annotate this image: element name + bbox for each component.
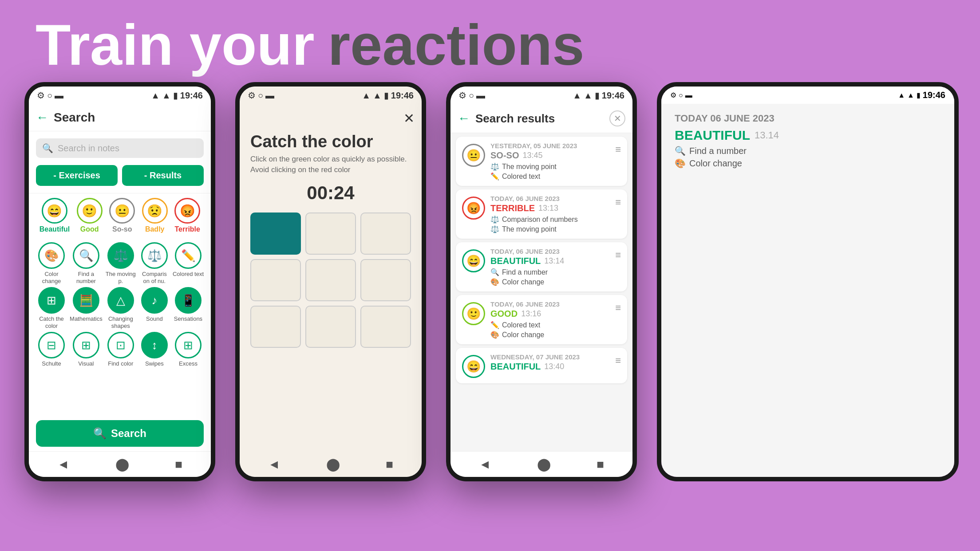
exercise-label-5: Catch the color	[36, 315, 67, 329]
exercise-item-14[interactable]: ⊞Excess	[173, 332, 204, 367]
exercise-icon-13: ↕	[141, 332, 168, 358]
nav-home-button-3[interactable]: ⬤	[537, 457, 551, 472]
mood-soso-label: So-so	[112, 225, 132, 233]
nav-recents-button-3[interactable]: ■	[597, 457, 604, 472]
result-ex-label-2-0: Find a number	[502, 268, 548, 276]
result-time-4: 13:40	[544, 362, 564, 371]
status-time-3: 19:46	[602, 91, 624, 101]
mood-terrible-icon: 😡	[174, 198, 200, 224]
search-app-header: ← Search	[29, 104, 211, 131]
results-list: 😐YESTERDAY, 05 JUNE 2023SO-SO13:45⚖️The …	[450, 133, 632, 451]
result-ex-icon-3-1: 🎨	[490, 331, 499, 339]
search-input-container[interactable]: 🔍 Search in notes	[36, 138, 204, 158]
exercise-item-9[interactable]: 📱Sensations	[173, 287, 204, 329]
nav-back-button[interactable]: ◄	[57, 457, 70, 472]
exercises-filter-button[interactable]: - Exercises	[36, 165, 118, 186]
result-card-0[interactable]: 😐YESTERDAY, 05 JUNE 2023SO-SO13:45⚖️The …	[456, 137, 627, 186]
status-time-1: 19:46	[180, 91, 203, 101]
result-card-2[interactable]: 😄TODAY, 06 JUNE 2023BEAUTIFUL13:14🔍Find …	[456, 242, 627, 291]
result-menu-4[interactable]: ≡	[615, 355, 621, 366]
exercise-item-3[interactable]: ⚖️Comparis on of nu.	[139, 242, 170, 284]
color-cell-8[interactable]	[360, 306, 411, 348]
battery-icon-3: ▬	[476, 91, 485, 101]
mood-good[interactable]: 🙂 Good	[77, 198, 103, 233]
exercise-item-11[interactable]: ⊞Visual	[70, 332, 103, 367]
result-exercise-0-0: ⚖️The moving point	[490, 162, 610, 171]
result-card-3[interactable]: 🙂TODAY, 06 JUNE 2023GOOD13:16✏️Colored t…	[456, 295, 627, 344]
results-filter-button[interactable]: - Results	[122, 165, 204, 186]
exercise-item-13[interactable]: ↕Swipes	[139, 332, 170, 367]
exercise-label-3: Comparis on of nu.	[139, 271, 170, 284]
color-cell-3[interactable]	[250, 259, 301, 301]
nav-home-button[interactable]: ⬤	[115, 457, 129, 472]
exercise-item-5[interactable]: ⊞Catch the color	[36, 287, 67, 329]
settings-icon-2: ⚙	[248, 90, 256, 101]
results-close-button[interactable]: ✕	[609, 110, 625, 126]
exercise-icon-0: 🎨	[38, 242, 65, 269]
result-mood-label-4: BEAUTIFUL	[490, 362, 541, 372]
result-card-4[interactable]: 😄WEDNESDAY, 07 JUNE 2023BEAUTIFUL13:40≡	[456, 348, 627, 383]
color-cell-1[interactable]	[305, 213, 356, 255]
mood-beautiful-label: Beautiful	[40, 225, 70, 233]
result-time-1: 13:13	[538, 204, 558, 213]
result-face-1: 😡	[462, 197, 485, 220]
results-back-button[interactable]: ←	[458, 111, 470, 126]
color-cell-7[interactable]	[305, 306, 356, 348]
color-cell-5[interactable]	[360, 259, 411, 301]
battery-right-icon-2: ▮	[384, 90, 389, 101]
result-menu-0[interactable]: ≡	[615, 144, 621, 155]
nav-home-button-2[interactable]: ⬤	[326, 457, 340, 472]
nav-bar-1: ◄ ⬤ ■	[29, 451, 211, 477]
exercise-icon-14: ⊞	[175, 332, 202, 358]
mood-soso[interactable]: 😐 So-so	[109, 198, 135, 233]
nav-back-button-3[interactable]: ◄	[479, 457, 491, 472]
status-icons-left-2: ⚙ ○ ▬	[248, 90, 274, 101]
exercise-item-2[interactable]: ⚖️The moving p.	[105, 242, 136, 284]
result-menu-3[interactable]: ≡	[615, 302, 621, 314]
exercise-item-6[interactable]: 🧮Mathematics	[70, 287, 103, 329]
exercise-item-7[interactable]: △Changing shapes	[105, 287, 136, 329]
result-card-1[interactable]: 😡TODAY, 06 JUNE 2023TERRIBLE13:13⚖️Compa…	[456, 189, 627, 239]
mood-good-icon: 🙂	[77, 198, 103, 224]
mood-beautiful[interactable]: 😄 Beautiful	[40, 198, 70, 233]
status-bar-2: ⚙ ○ ▬ ▲ ▲ ▮ 19:46	[240, 87, 422, 104]
result-exercise-2-0: 🔍Find a number	[490, 268, 610, 276]
result-ex-icon-2-0: 🔍	[490, 268, 499, 276]
nav-back-button-2[interactable]: ◄	[268, 457, 281, 472]
result-exercise-0-1: ✏️Colored text	[490, 172, 610, 181]
exercises-grid: 🎨Color change🔍Find a number⚖️The moving …	[29, 238, 211, 372]
color-cell-0[interactable]	[250, 213, 301, 255]
exercise-item-1[interactable]: 🔍Find a number	[70, 242, 103, 284]
circle-icon-3: ○	[469, 91, 474, 101]
mood-terrible[interactable]: 😡 Terrible	[174, 198, 200, 233]
exercise-label-7: Changing shapes	[105, 315, 136, 329]
result-exercises-0: ⚖️The moving point✏️Colored text	[490, 162, 610, 181]
result-mood-row-0: SO-SO13:45	[490, 150, 610, 161]
result-mood-row-4: BEAUTIFUL13:40	[490, 362, 610, 372]
exercise-item-8[interactable]: ♪Sound	[139, 287, 170, 329]
search-bottom-button[interactable]: 🔍 Search	[36, 420, 204, 447]
search-bottom-label: Search	[111, 427, 146, 440]
nav-recents-button[interactable]: ■	[175, 457, 182, 472]
exercise-item-0[interactable]: 🎨Color change	[36, 242, 67, 284]
nav-recents-button-2[interactable]: ■	[386, 457, 393, 472]
exercise-item-4[interactable]: ✏️Colored text	[173, 242, 204, 284]
exercise-item-10[interactable]: ⊟Schulte	[36, 332, 67, 367]
result-exercise-1-0: ⚖️Comparison of numbers	[490, 215, 610, 224]
color-cell-2[interactable]	[360, 213, 411, 255]
exercise-item-12[interactable]: ⊡Find color	[105, 332, 136, 367]
exercise-icon-4: ✏️	[175, 242, 202, 269]
headline-part1: Train your	[36, 13, 314, 77]
wifi-icon-2: ▲	[373, 91, 382, 101]
result-menu-1[interactable]: ≡	[615, 197, 621, 208]
signal-icon-2: ▲	[362, 91, 371, 101]
color-cell-4[interactable]	[305, 259, 356, 301]
result-mood-label-0: SO-SO	[490, 150, 519, 161]
color-cell-6[interactable]	[250, 306, 301, 348]
back-arrow-icon[interactable]: ←	[36, 110, 48, 125]
result-menu-2[interactable]: ≡	[615, 249, 621, 261]
close-game-button[interactable]: ✕	[403, 110, 415, 126]
nav-bar-2: ◄ ⬤ ■	[240, 452, 422, 477]
mood-badly[interactable]: 😟 Badly	[142, 198, 168, 233]
sp-status-time: 19:46	[923, 90, 945, 100]
